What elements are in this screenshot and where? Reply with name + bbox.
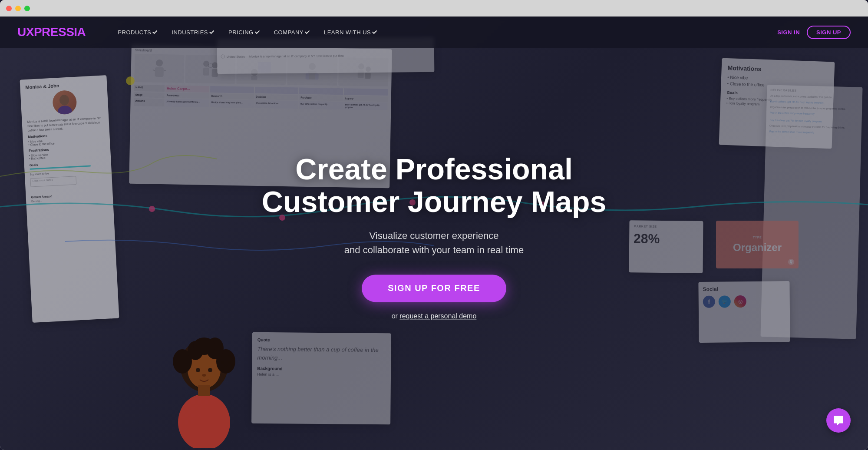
organizer-label: Organizer [733, 242, 782, 254]
svg-rect-21 [365, 73, 370, 79]
svg-rect-13 [251, 76, 257, 80]
hero-title-line1: Create Professional [295, 152, 573, 185]
chat-icon [833, 415, 844, 426]
hero-subtitle-line1: Visualize customer experience [370, 230, 499, 241]
hero-demo-text: or request a personal demo [261, 312, 608, 320]
svg-point-23 [149, 206, 155, 212]
nav-learn[interactable]: LEARN WITH US [318, 26, 383, 38]
industries-chevron-icon [209, 29, 214, 34]
market-size-card: MARKET SIZE 28% [629, 220, 703, 273]
svg-point-30 [178, 394, 230, 448]
svg-point-2 [156, 59, 163, 66]
hero-title-line2: Customer Journey Maps [262, 185, 607, 218]
svg-point-6 [203, 60, 209, 66]
svg-rect-16 [306, 73, 309, 79]
svg-point-1 [58, 105, 72, 115]
navbar: UXPRESSIA PRODUCTS INDUSTRIES PRICING CO… [0, 17, 868, 48]
products-chevron-icon [152, 29, 157, 34]
demo-link[interactable]: request a personal demo [399, 312, 476, 320]
svg-point-37 [196, 368, 200, 372]
browser-window: Monica & John Monica is a mid-level mana… [0, 0, 868, 450]
nav-products-label: PRODUCTS [118, 29, 151, 36]
signin-button[interactable]: SIGN IN [777, 29, 800, 36]
quote-label: Quote [257, 338, 386, 344]
persona-name: Monica & John [25, 81, 102, 90]
svg-point-36 [193, 338, 215, 355]
market-size-value: 28% [634, 231, 699, 246]
browser-titlebar [0, 0, 868, 17]
nav-pricing-label: PRICING [228, 29, 254, 36]
nav-industries-label: INDUSTRIES [172, 29, 208, 36]
maximize-button[interactable] [24, 6, 30, 11]
pricing-chevron-icon [255, 29, 260, 34]
hero-subtitle: Visualize customer experience and collab… [261, 228, 608, 257]
nav-links: PRODUCTS INDUSTRIES PRICING COMPANY LEAR… [112, 26, 777, 38]
market-size-label: MARKET SIZE [634, 225, 699, 228]
svg-point-0 [59, 95, 69, 106]
company-chevron-icon [305, 29, 310, 34]
organizer-card: TYPE Organizer [716, 221, 799, 268]
nav-company[interactable]: COMPANY [268, 26, 316, 38]
learn-chevron-icon [372, 29, 377, 34]
background-text: Helen is a ... [257, 372, 386, 378]
logo[interactable]: UXPRESSIA [17, 25, 86, 39]
motivations-card-title: Motivations [728, 64, 828, 75]
svg-rect-3 [155, 67, 164, 76]
nav-company-label: COMPANY [274, 29, 304, 36]
quote-text: There's nothing better than a cup of cof… [257, 345, 386, 363]
browser-content: Monica & John Monica is a mid-level mana… [0, 17, 868, 450]
svg-rect-31 [198, 385, 210, 396]
hero-title: Create Professional Customer Journey Map… [261, 153, 608, 218]
svg-point-39 [202, 374, 206, 377]
nav-products[interactable]: PRODUCTS [112, 26, 164, 38]
persona-bio: Monica is a mid-level manager at an IT c… [27, 116, 104, 133]
twitter-icon: 🐦 [719, 295, 731, 308]
social-card: Social f 🐦 ◎ [698, 281, 790, 343]
svg-point-38 [208, 368, 212, 372]
svg-rect-17 [315, 73, 319, 79]
demo-prefix: or [392, 312, 400, 320]
instagram-icon: ◎ [734, 295, 746, 308]
helen-name: Helen Carpe... [165, 85, 209, 93]
cta-button[interactable]: SIGN UP FOR FREE [362, 275, 506, 302]
facebook-icon: f [703, 296, 715, 308]
hero-section: Create Professional Customer Journey Map… [261, 153, 608, 320]
background-label: Background [257, 366, 386, 372]
persona-card: Monica & John Monica is a mid-level mana… [20, 75, 119, 323]
nav-pricing[interactable]: PRICING [222, 26, 266, 38]
signup-button[interactable]: SIGN UP [807, 26, 851, 39]
svg-line-5 [164, 70, 166, 71]
minimize-button[interactable] [15, 6, 21, 11]
persona-figure [165, 327, 243, 450]
nav-auth: SIGN IN SIGN UP [777, 26, 851, 39]
type-label: TYPE [753, 236, 762, 239]
close-button[interactable] [6, 6, 12, 11]
svg-line-4 [153, 69, 155, 70]
nav-industries[interactable]: INDUSTRIES [165, 26, 221, 38]
quote-card: Quote There's nothing better than a cup … [251, 332, 391, 425]
hero-subtitle-line2: and collaborate with your team in real t… [344, 245, 524, 255]
nav-learn-label: LEARN WITH US [324, 29, 371, 36]
svg-rect-7 [203, 67, 209, 75]
chat-widget[interactable] [826, 408, 851, 433]
svg-point-22 [221, 55, 224, 58]
social-label: Social [703, 285, 785, 292]
